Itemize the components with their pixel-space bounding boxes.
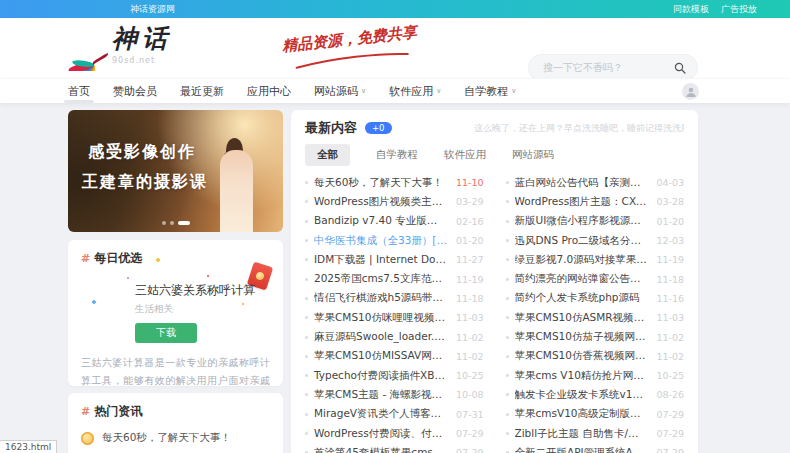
article-link[interactable]: 中华医书集成（全33册）[传统文化] — [314, 234, 448, 248]
bullet-icon — [506, 278, 509, 281]
article-link[interactable]: 情侣飞行棋游戏h5源码带uniapp — [314, 291, 448, 305]
tab-全部[interactable]: 全部 — [305, 144, 350, 166]
article-date: 10-08 — [456, 389, 484, 400]
article-link[interactable]: 首涂第45套模板苹果cmsv10仿爱奇艺模板 — [314, 446, 448, 453]
article-row: 迅风DNS Pro二级域名分发V2.3.3系统源码12-03 — [506, 231, 685, 250]
article-list: 每天60秒，了解天下大事！11-10WordPress图片视频类主题模板Just… — [305, 173, 684, 453]
bullet-icon — [506, 374, 509, 377]
article-link[interactable]: 苹果cmsV10高级定制版酷鱼采集插件 — [515, 407, 649, 421]
bullet-icon — [305, 297, 308, 300]
latest-col-right: 蓝白网站公告代码【亲测可用】HTML简单代码...04-03WordPress图… — [506, 173, 685, 453]
article-link[interactable]: WordPress付费阅读、付费下载插件 — [314, 427, 448, 441]
hot-section-header: # 热门资讯 — [81, 403, 270, 420]
article-link[interactable]: 简约漂亮的网站弹窗公告源代码 | 使用cookie记录 — [515, 272, 649, 286]
article-link[interactable]: 迅风DNS Pro二级域名分发V2.3.3系统源码 — [515, 234, 649, 248]
user-icon — [685, 86, 697, 98]
article-link[interactable]: IDM下载器 | Internet Download Manager (v6..… — [314, 253, 448, 267]
hero-carousel[interactable]: 感受影像创作 王建章的摄影课 — [68, 110, 283, 232]
logo-domain: 90sd.net — [112, 56, 172, 65]
nav-item-软件应用[interactable]: 软件应用∨ — [389, 79, 441, 103]
article-link[interactable]: 每天60秒，了解天下大事！ — [314, 176, 448, 190]
bullet-icon — [506, 355, 509, 358]
article-link[interactable]: WordPress图片视频类主题模板JustMediaV2.7.... — [314, 195, 448, 209]
nav-item-最近更新[interactable]: 最近更新 — [180, 79, 224, 103]
article-row: 苹果CMS10仿茄子视频网站源码_MDYS1711-02 — [506, 327, 685, 346]
logo-title: 神话 — [112, 25, 172, 53]
article-link[interactable]: 简约个人发卡系统php源码 — [515, 291, 649, 305]
nav-bar: 首页赞助会员最近更新应用中心网站源码∨软件应用∨自学教程∨ — [0, 78, 790, 103]
search-input[interactable] — [529, 62, 674, 73]
article-date: 11-16 — [656, 293, 684, 304]
article-link[interactable]: 2025帝国cms7.5文库范文自动生成word文档/文... — [314, 272, 448, 286]
article-row: 苹果CMS10仿ASMR视频网站源码_MDYS1611-03 — [506, 308, 685, 327]
carousel-dot[interactable] — [162, 221, 166, 225]
bullet-icon — [506, 258, 509, 261]
daily-item-title[interactable]: 三姑六婆关系称呼计算 — [135, 282, 270, 299]
hot-list: 每天60秒，了解天下大事！彩虹代刷知识付费模板改电版分享 — [81, 431, 270, 453]
topbar-links: 同款模板广告投放 — [673, 3, 757, 16]
hot-item-title: 每天60秒，了解天下大事！ — [102, 431, 231, 445]
article-link[interactable]: 全新二开版API管理系统API计费源码 全开源 — [515, 446, 649, 453]
article-link[interactable]: WordPress图片主题：CX-UDY3.1主题美女图片... — [515, 195, 649, 209]
nav-item-应用中心[interactable]: 应用中心 — [247, 79, 291, 103]
bullet-icon — [506, 393, 509, 396]
chevron-down-icon: ∨ — [361, 87, 366, 95]
article-link[interactable]: 绿豆影视7.0源码对接苹果CMS V10原生影视AP... — [515, 253, 649, 267]
article-link[interactable]: Zibll子比主题 自助售卡/发卡插件 源码 | WordPr... — [515, 427, 649, 441]
article-link[interactable]: 新版UI微信小程序影视源码 苹果CMS小程序源码 — [515, 214, 649, 228]
hero-title-line1: 感受影像创作 — [88, 142, 283, 163]
latest-tabs: 全部自学教程软件应用网站源码 — [305, 145, 684, 165]
article-link[interactable]: 苹果CMS10仿香蕉视频网站源码_MDYS19 — [515, 349, 649, 363]
search-icon[interactable] — [674, 62, 686, 74]
article-link[interactable]: 苹果cms V10精仿抢片网自适应模板 — [515, 369, 649, 383]
article-link[interactable]: 触发卡企业级发卡系统v13.01修复版源码 — [515, 388, 649, 402]
article-row: 麻豆源码Swoole_loader.so/SG11扩展集合11-02 — [305, 327, 484, 346]
article-date: 10-25 — [656, 370, 684, 381]
article-link[interactable]: 苹果CMS10仿咪哩哩视频网站源码_MDYS15 — [314, 311, 448, 325]
latest-header: 最新内容 +0 这么晚了，还在上网？早点洗洗睡吧，睡前记得洗洗脚哦! — [305, 118, 684, 138]
nav-item-赞助会员[interactable]: 赞助会员 — [113, 79, 157, 103]
article-link[interactable]: MirageV资讯类个人博客主题源码/WordPress主... — [314, 407, 448, 421]
bullet-icon — [305, 336, 308, 339]
hot-news-item[interactable]: 每天60秒，了解天下大事！ — [81, 431, 270, 445]
topbar-link[interactable]: 广告投放 — [721, 3, 757, 16]
download-button[interactable]: 下载 — [135, 323, 197, 343]
article-link[interactable]: 苹果CMS主题 - 海螺影视主题v5.3自适应主题/ ... — [314, 388, 448, 402]
topbar-link[interactable]: 同款模板 — [673, 3, 709, 16]
article-link[interactable]: Typecho付费阅读插件XBinPay_v1.1 — [314, 369, 448, 383]
tab-网站源码[interactable]: 网站源码 — [512, 148, 554, 162]
tab-软件应用[interactable]: 软件应用 — [444, 148, 486, 162]
tab-自学教程[interactable]: 自学教程 — [376, 148, 418, 162]
nav-item-首页[interactable]: 首页 — [68, 79, 90, 103]
carousel-dot-active[interactable] — [178, 221, 190, 225]
new-count-badge: +0 — [365, 122, 392, 134]
article-date: 11-02 — [456, 332, 484, 343]
article-link[interactable]: Bandizip v7.40 专业版激活补丁密钥 — [314, 214, 448, 228]
topbar: 神话资源网 同款模板广告投放 — [0, 0, 790, 18]
article-link[interactable]: 蓝白网站公告代码【亲测可用】HTML简单代码... — [515, 176, 649, 190]
gold-medal-icon — [81, 432, 94, 445]
nav-item-自学教程[interactable]: 自学教程∨ — [464, 79, 516, 103]
bullet-icon — [506, 413, 509, 416]
latest-col-left: 每天60秒，了解天下大事！11-10WordPress图片视频类主题模板Just… — [305, 173, 484, 453]
carousel-dot[interactable] — [170, 221, 174, 225]
slogan: 精品资源，免费共享 — [281, 23, 419, 75]
article-date: 11-03 — [656, 312, 684, 323]
logo-link[interactable]: 神话 90sd.net — [62, 25, 172, 71]
article-link[interactable]: 苹果CMS10仿MISSAV网站源码_MDYS18 — [314, 349, 448, 363]
article-link[interactable]: 麻豆源码Swoole_loader.so/SG11扩展集合 — [314, 330, 448, 344]
bullet-icon — [305, 413, 308, 416]
user-avatar[interactable] — [682, 83, 699, 100]
daily-section-header: # 每日优选 — [81, 250, 270, 267]
article-date: 11-19 — [656, 254, 684, 265]
article-link[interactable]: 苹果CMS10仿茄子视频网站源码_MDYS17 — [515, 330, 649, 344]
carousel-dots — [162, 221, 190, 225]
article-date: 07-29 — [656, 447, 684, 453]
article-link[interactable]: 苹果CMS10仿ASMR视频网站源码_MDYS16 — [515, 311, 649, 325]
bullet-icon — [305, 278, 308, 281]
article-date: 07-29 — [456, 428, 484, 439]
daily-section-title: 每日优选 — [94, 250, 142, 267]
topbar-site-name[interactable]: 神话资源网 — [130, 3, 175, 16]
nav-item-网站源码[interactable]: 网站源码∨ — [314, 79, 366, 103]
article-date: 11-27 — [456, 254, 484, 265]
